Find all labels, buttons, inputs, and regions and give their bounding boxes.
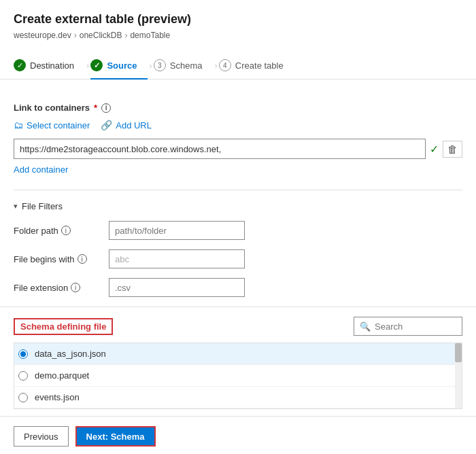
filename-1: data_as_json.json bbox=[35, 349, 106, 359]
filename-3: events.json bbox=[35, 392, 80, 402]
breadcrumb: westeurope.dev › oneClickDB › demoTable bbox=[14, 31, 462, 40]
file-item-2[interactable]: demo.parquet bbox=[14, 365, 462, 387]
step-schema-label: Schema bbox=[170, 60, 203, 71]
step-destination-label: Destination bbox=[30, 60, 74, 71]
link-containers-label: Link to containers * i bbox=[14, 103, 462, 113]
step-schema-icon: 3 bbox=[154, 59, 166, 71]
page-title: Create external table (preview) bbox=[14, 12, 462, 27]
step-create-table[interactable]: 4 Create table bbox=[219, 52, 294, 80]
page-wrapper: Create external table (preview) westeuro… bbox=[0, 0, 476, 454]
url-row: ✓ 🗑 bbox=[14, 139, 462, 159]
file-extension-label: File extension i bbox=[14, 283, 109, 293]
scrollbar-thumb[interactable] bbox=[455, 343, 462, 362]
add-url-tab[interactable]: 🔗 Add URL bbox=[101, 120, 152, 130]
link-containers-info-icon[interactable]: i bbox=[101, 103, 111, 113]
filename-2: demo.parquet bbox=[35, 370, 89, 381]
step-source-icon: ✓ bbox=[90, 59, 103, 71]
file-extension-row: File extension i bbox=[14, 278, 462, 297]
file-begins-label: File begins with i bbox=[14, 254, 109, 264]
search-input[interactable] bbox=[375, 321, 456, 332]
folder-path-label: Folder path i bbox=[14, 226, 109, 236]
step-destination[interactable]: ✓ Destination bbox=[14, 52, 85, 80]
file-filters-section: ▾ File Filters Folder path i File begins… bbox=[14, 201, 462, 297]
step-source-label: Source bbox=[107, 60, 137, 71]
step-create-table-icon: 4 bbox=[219, 59, 231, 71]
schema-header: Schema defining file 🔍 bbox=[14, 317, 462, 336]
chevron-down-icon: ▾ bbox=[14, 202, 18, 211]
step-schema[interactable]: 3 Schema bbox=[154, 52, 214, 80]
file-radio-2[interactable] bbox=[18, 371, 28, 381]
folder-path-info-icon[interactable]: i bbox=[61, 226, 71, 235]
url-delete-button[interactable]: 🗑 bbox=[443, 141, 462, 158]
divider-2 bbox=[0, 307, 476, 307]
file-extension-input[interactable] bbox=[109, 278, 245, 297]
file-begins-row: File begins with i bbox=[14, 249, 462, 268]
divider-1 bbox=[14, 190, 462, 190]
breadcrumb-sep2: › bbox=[124, 31, 127, 40]
url-input[interactable] bbox=[14, 139, 426, 159]
main-content: Link to containers * i 🗂 Select containe… bbox=[0, 80, 476, 297]
container-tabs: 🗂 Select container 🔗 Add URL bbox=[14, 120, 462, 130]
file-begins-info-icon[interactable]: i bbox=[78, 254, 87, 264]
required-marker: * bbox=[94, 103, 97, 113]
link-icon: 🔗 bbox=[101, 120, 112, 130]
folder-path-row: Folder path i bbox=[14, 221, 462, 240]
breadcrumb-sep1: › bbox=[74, 31, 77, 40]
step-destination-icon: ✓ bbox=[14, 59, 26, 71]
step-source[interactable]: ✓ Source bbox=[90, 52, 148, 80]
previous-button[interactable]: Previous bbox=[14, 426, 69, 447]
file-extension-info-icon[interactable]: i bbox=[71, 283, 80, 292]
search-box[interactable]: 🔍 bbox=[354, 317, 462, 336]
scrollbar-track bbox=[455, 343, 462, 408]
schema-title: Schema defining file bbox=[14, 318, 113, 335]
file-item-3[interactable]: events.json bbox=[14, 387, 462, 408]
breadcrumb-part1: westeurope.dev bbox=[14, 31, 71, 40]
file-radio-1[interactable] bbox=[18, 349, 28, 359]
link-to-containers-section: Link to containers * i 🗂 Select containe… bbox=[14, 103, 462, 187]
schema-file-list: data_as_json.json demo.parquet events.js… bbox=[14, 343, 462, 409]
step-create-table-label: Create table bbox=[235, 60, 284, 71]
file-radio-3[interactable] bbox=[18, 393, 28, 402]
file-begins-input[interactable] bbox=[109, 249, 245, 268]
schema-section: Schema defining file 🔍 data_as_json.json… bbox=[0, 317, 476, 409]
folder-path-input[interactable] bbox=[109, 221, 245, 240]
file-item-1[interactable]: data_as_json.json bbox=[14, 343, 462, 365]
next-schema-button[interactable]: Next: Schema bbox=[75, 426, 156, 447]
stepper: ✓ Destination › ✓ Source › 3 Schema › 4 … bbox=[0, 52, 476, 80]
url-check-icon[interactable]: ✓ bbox=[430, 143, 439, 156]
file-items-container: data_as_json.json demo.parquet events.js… bbox=[14, 343, 462, 408]
breadcrumb-part2: oneClickDB bbox=[80, 31, 122, 40]
container-icon: 🗂 bbox=[14, 120, 23, 130]
footer: Previous Next: Schema bbox=[0, 416, 476, 454]
page-header: Create external table (preview) westeuro… bbox=[0, 0, 476, 52]
search-icon: 🔍 bbox=[360, 321, 371, 332]
file-filters-toggle[interactable]: ▾ File Filters bbox=[14, 201, 462, 211]
select-container-tab[interactable]: 🗂 Select container bbox=[14, 120, 90, 130]
add-container-link[interactable]: Add container bbox=[14, 164, 68, 175]
breadcrumb-part3: demoTable bbox=[130, 31, 170, 40]
